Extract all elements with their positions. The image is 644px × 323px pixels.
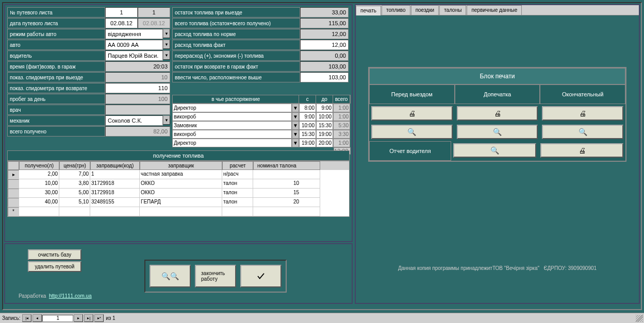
fuel-row[interactable]: ▸2,007,001частная заправкан/расч: [8, 170, 349, 179]
preview-before-button[interactable]: 🔍: [371, 125, 453, 139]
print-reprint-button[interactable]: 🖨: [457, 106, 538, 121]
fuel-nominal[interactable]: 15: [253, 189, 320, 198]
sheet-date-input[interactable]: 02.08.12: [105, 18, 138, 28]
enter-above[interactable]: 103,00: [300, 72, 349, 82]
dispo-from[interactable]: 19:00: [299, 139, 316, 147]
work-mode-select[interactable]: відрядження: [105, 29, 163, 39]
tab-fuel[interactable]: топливо: [382, 5, 410, 15]
nav-next-button[interactable]: ▸: [74, 314, 83, 322]
dispo-name[interactable]: Замовник: [172, 121, 292, 130]
fuel-price[interactable]: 3,80: [59, 179, 90, 189]
tab-primary[interactable]: первичные данные: [467, 5, 522, 15]
fuel-calc[interactable]: н/расч: [222, 170, 253, 179]
fuel-received[interactable]: 10,00: [19, 179, 59, 189]
driver-dd[interactable]: ▼: [163, 50, 170, 60]
nav-last-button[interactable]: ▸|: [84, 314, 93, 322]
work-mode-dd[interactable]: ▼: [163, 29, 170, 38]
fuel-nominal[interactable]: 10: [253, 179, 320, 189]
dispo-row[interactable]: Директор▼8:009:001:00: [172, 104, 351, 112]
confirm-button[interactable]: [240, 265, 282, 287]
sheet-no-input[interactable]: 1: [105, 7, 138, 18]
resize-grip-icon[interactable]: [636, 315, 643, 322]
dispo-from[interactable]: 9:00: [299, 112, 316, 121]
dispo-to[interactable]: 9:00: [316, 104, 333, 112]
fuel-code[interactable]: 1: [90, 170, 140, 179]
dispo-to[interactable]: 10:00: [316, 112, 333, 121]
dispo-to[interactable]: 20:00: [316, 139, 333, 147]
dispo-name[interactable]: Директор: [172, 139, 292, 147]
dispo-dd[interactable]: ▼: [292, 139, 299, 147]
dispo-from[interactable]: 15:30: [299, 130, 316, 139]
auto-select[interactable]: АА 0009 АА: [105, 40, 163, 50]
dispo-dd[interactable]: ▼: [292, 130, 299, 139]
print-final-button[interactable]: 🖨: [542, 106, 623, 121]
fuel-fact[interactable]: 12,00: [300, 40, 349, 50]
mechanic-select[interactable]: Соколов С.К.: [105, 115, 163, 126]
fuel-new-row[interactable]: *: [8, 207, 349, 216]
auto-dd[interactable]: ▼: [163, 40, 170, 49]
binoculars-button[interactable]: 🔍🔍: [150, 265, 191, 287]
dispo-dd[interactable]: ▼: [292, 112, 299, 121]
tab-print[interactable]: печать: [356, 6, 381, 15]
printer-icon: 🖨: [408, 109, 416, 117]
nav-new-button[interactable]: ▸*: [94, 314, 104, 322]
fuel-row[interactable]: 30,005,0031729918ОККОталон15: [8, 189, 349, 198]
dev-link[interactable]: http://1111.com.ua: [49, 293, 92, 299]
driver-report-print-button[interactable]: 🖨: [540, 143, 623, 158]
fuel-calc[interactable]: талон: [222, 198, 253, 207]
dispo-to[interactable]: 19:00: [316, 130, 333, 139]
dispo-row-total: 1:00: [333, 104, 350, 112]
fuel-station[interactable]: ГЕПАРД: [140, 198, 222, 207]
fuel-nominal[interactable]: 20: [253, 198, 320, 207]
fuel-code[interactable]: 31729918: [90, 179, 140, 189]
fuel-station[interactable]: ОККО: [140, 179, 222, 189]
fuel-row[interactable]: 40,005,1032489155ГЕПАРДталон20: [8, 198, 349, 207]
check-icon: [256, 271, 266, 281]
fuel-calc[interactable]: талон: [222, 189, 253, 198]
fuel-row[interactable]: 10,003,8031729918ОККОталон10: [8, 179, 349, 189]
dispo-dd[interactable]: ▼: [292, 121, 299, 130]
dispo-row[interactable]: Директор▼19:0020:001:00: [172, 139, 351, 147]
dispo-name[interactable]: виконроб: [172, 112, 292, 121]
dispo-to[interactable]: 15:30: [316, 121, 333, 130]
fuel-station[interactable]: ОККО: [140, 189, 222, 198]
driver-report-preview-button[interactable]: 🔍: [453, 143, 536, 158]
fuel-price[interactable]: 5,00: [59, 189, 90, 198]
fuel-nominal[interactable]: [253, 170, 320, 179]
nav-prev-button[interactable]: ◂: [32, 314, 42, 322]
finish-work-button[interactable]: закончить работу: [195, 265, 236, 287]
dispo-from[interactable]: 10:00: [299, 121, 316, 130]
fuel-price[interactable]: 7,00: [59, 170, 90, 179]
fuel-code[interactable]: 32489155: [90, 198, 140, 207]
dispo-row[interactable]: виконроб▼15:3019:003:30: [172, 130, 351, 139]
fuel-code[interactable]: 31729918: [90, 189, 140, 198]
tab-coupons[interactable]: талоны: [439, 5, 466, 15]
dispo-name[interactable]: Директор: [172, 104, 292, 112]
nav-first-button[interactable]: |◂: [22, 314, 31, 322]
dispo-dd[interactable]: ▼: [292, 104, 299, 112]
fuel-price[interactable]: 5,10: [59, 198, 90, 207]
tab-trips[interactable]: поездки: [411, 5, 439, 15]
doctor[interactable]: [105, 105, 170, 115]
driver-select[interactable]: Парцев Юрій Васи.: [105, 50, 163, 61]
dispo-from[interactable]: 8:00: [299, 104, 316, 112]
preview-final-button[interactable]: 🔍: [542, 125, 623, 139]
odo-in[interactable]: 110: [105, 83, 170, 93]
fuel-calc[interactable]: талон: [222, 179, 253, 189]
return-time[interactable]: 20:03: [105, 61, 170, 72]
fuel-over: 0,00: [300, 50, 349, 61]
fuel-received[interactable]: 40,00: [19, 198, 59, 207]
delete-sheet-button[interactable]: удалить путевой: [28, 261, 81, 272]
print-before-button[interactable]: 🖨: [371, 106, 453, 121]
clear-db-button[interactable]: очистить базу: [28, 249, 81, 260]
mechanic-dd[interactable]: ▼: [163, 115, 170, 125]
fuel-received[interactable]: 2,00: [19, 170, 59, 179]
dispo-row[interactable]: виконроб▼9:0010:001:00: [172, 112, 351, 121]
nav-current-input[interactable]: [42, 315, 73, 322]
dispo-name[interactable]: виконроб: [172, 130, 292, 139]
dispo-row[interactable]: Замовник▼10:0015:305:30: [172, 121, 351, 130]
fuel-received[interactable]: 30,00: [19, 189, 59, 198]
fuel-station[interactable]: частная заправка: [140, 170, 222, 179]
preview-reprint-button[interactable]: 🔍: [457, 125, 538, 139]
lbl-mechanic: механик: [7, 115, 105, 126]
